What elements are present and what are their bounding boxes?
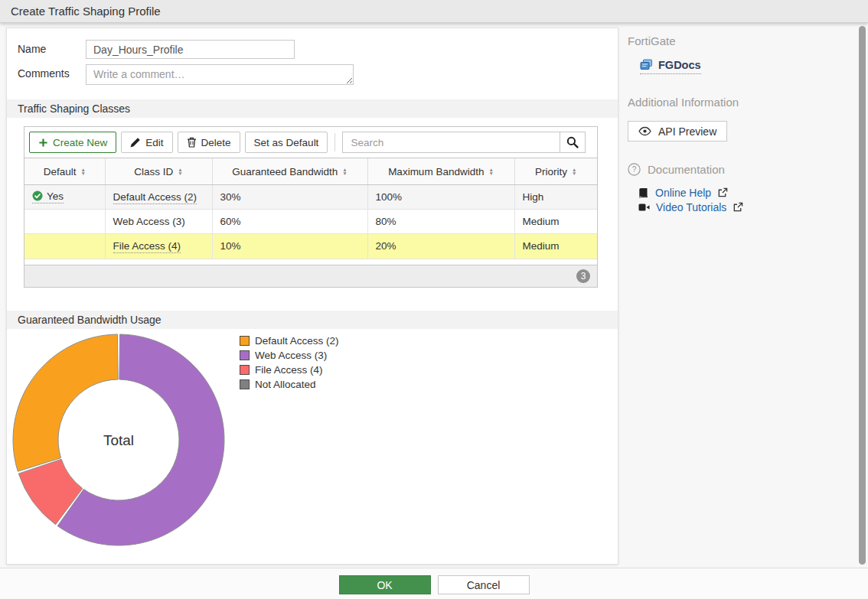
classes-toolbar: Create New Edit Delete Set as Default: [24, 127, 597, 158]
name-field[interactable]: [86, 40, 295, 59]
fortigate-heading: FortiGate: [628, 34, 857, 47]
priority-cell: Medium: [514, 210, 597, 234]
video-tutorials-link[interactable]: Video Tutorials: [656, 201, 726, 213]
col-header-priority[interactable]: Priority ▲▼: [514, 158, 597, 185]
eye-icon: [638, 126, 651, 136]
donut-chart: Total: [11, 330, 235, 552]
video-camera-icon: [638, 203, 650, 212]
documentation-heading: Documentation: [648, 163, 725, 176]
maximum-cell: 20%: [367, 234, 514, 259]
check-circle-icon: [32, 190, 43, 201]
comments-field[interactable]: [86, 64, 354, 85]
online-help-link[interactable]: Online Help: [655, 187, 711, 199]
col-header-guaranteed-bandwidth[interactable]: Guaranteed Bandwidth ▲▼: [212, 158, 367, 185]
dialog-footer: OK Cancel: [0, 568, 868, 599]
name-label: Name: [18, 40, 86, 55]
donut-segment: [13, 334, 118, 471]
donut-center-label: Total: [103, 432, 134, 448]
legend-swatch: [240, 365, 250, 375]
table-spacer: [24, 259, 597, 265]
table-row[interactable]: Yes Default Access (2) 30% 100% High: [24, 185, 597, 210]
dialog-titlebar: Create Traffic Shaping Profile: [0, 0, 868, 23]
priority-cell: Medium: [514, 234, 597, 259]
delete-button[interactable]: Delete: [178, 132, 240, 153]
trash-icon: [187, 137, 197, 148]
legend-swatch: [240, 350, 250, 360]
main-panel: Name Comments Traffic Shaping Classes Cr…: [6, 28, 618, 565]
legend-item: File Access (4): [240, 363, 339, 377]
legend-swatch: [240, 336, 250, 346]
search-icon: [566, 136, 579, 148]
right-sidebar: FortiGate FGDocs Additional Information …: [628, 23, 857, 214]
guaranteed-cell: 30%: [212, 185, 367, 210]
profile-form: Name Comments: [7, 28, 618, 99]
table-row[interactable]: Web Access (3) 60% 80% Medium: [24, 210, 597, 234]
classes-table-container: Create New Edit Delete Set as Default: [24, 126, 598, 288]
guaranteed-cell: 10%: [212, 234, 367, 259]
docs-icon: [640, 59, 653, 71]
toolbar-divider: [334, 133, 335, 151]
cancel-button[interactable]: Cancel: [438, 575, 530, 594]
default-yes-link[interactable]: Yes: [32, 190, 64, 203]
col-header-default[interactable]: Default ▲▼: [24, 158, 105, 185]
plus-icon: [38, 138, 48, 148]
ok-button[interactable]: OK: [339, 575, 431, 594]
book-icon: [638, 187, 649, 198]
classes-section-header: Traffic Shaping Classes: [7, 99, 618, 118]
col-header-class-id[interactable]: Class ID ▲▼: [105, 158, 212, 185]
classes-table: Default ▲▼ Class ID ▲▼ Guaranteed Bandwi…: [24, 158, 597, 259]
usage-section-header: Guaranteed Bandwidth Usage: [7, 311, 618, 329]
maximum-cell: 100%: [367, 185, 514, 210]
sort-icon: ▲▼: [572, 168, 576, 175]
api-preview-button[interactable]: API Preview: [628, 121, 727, 142]
bandwidth-usage-chart: Total Default Access (2) Web Access (3) …: [7, 329, 618, 552]
question-circle-icon: ?: [628, 163, 641, 176]
priority-cell: High: [514, 185, 597, 210]
class-id-link[interactable]: File Access (4): [113, 240, 181, 253]
maximum-cell: 80%: [367, 210, 514, 234]
sort-icon: ▲▼: [488, 168, 493, 175]
sort-icon: ▲▼: [178, 168, 182, 175]
edit-button[interactable]: Edit: [121, 132, 172, 153]
class-id-cell[interactable]: Web Access (3): [105, 210, 212, 234]
pencil-icon: [130, 137, 141, 148]
legend-item: Default Access (2): [240, 334, 339, 348]
table-footer: 3: [24, 265, 597, 287]
legend-item: Not Allocated: [240, 377, 339, 392]
fgdocs-link[interactable]: FGDocs: [640, 59, 701, 74]
col-header-maximum-bandwidth[interactable]: Maximum Bandwidth ▲▼: [367, 158, 514, 185]
svg-text:?: ?: [632, 165, 637, 174]
dialog-title: Create Traffic Shaping Profile: [11, 5, 161, 18]
table-row-highlighted[interactable]: File Access (4) 10% 20% Medium: [24, 234, 597, 259]
set-as-default-button[interactable]: Set as Default: [245, 132, 328, 153]
chart-legend: Default Access (2) Web Access (3) File A…: [240, 330, 339, 392]
comments-label: Comments: [18, 64, 86, 80]
external-link-icon: [733, 202, 743, 213]
vertical-scrollbar-thumb[interactable]: [859, 26, 866, 565]
legend-swatch: [240, 379, 250, 389]
search-input[interactable]: [343, 132, 560, 152]
create-new-button[interactable]: Create New: [29, 132, 116, 153]
external-link-icon: [717, 187, 728, 198]
search-button[interactable]: [560, 132, 585, 152]
sort-icon: ▲▼: [80, 168, 85, 175]
row-count-badge: 3: [576, 269, 590, 283]
sort-icon: ▲▼: [342, 168, 347, 175]
search-box: [342, 132, 586, 153]
class-id-link[interactable]: Default Access (2): [113, 191, 197, 204]
additional-info-heading: Additional Information: [628, 96, 857, 109]
guaranteed-cell: 60%: [212, 210, 367, 234]
legend-item: Web Access (3): [240, 348, 339, 363]
